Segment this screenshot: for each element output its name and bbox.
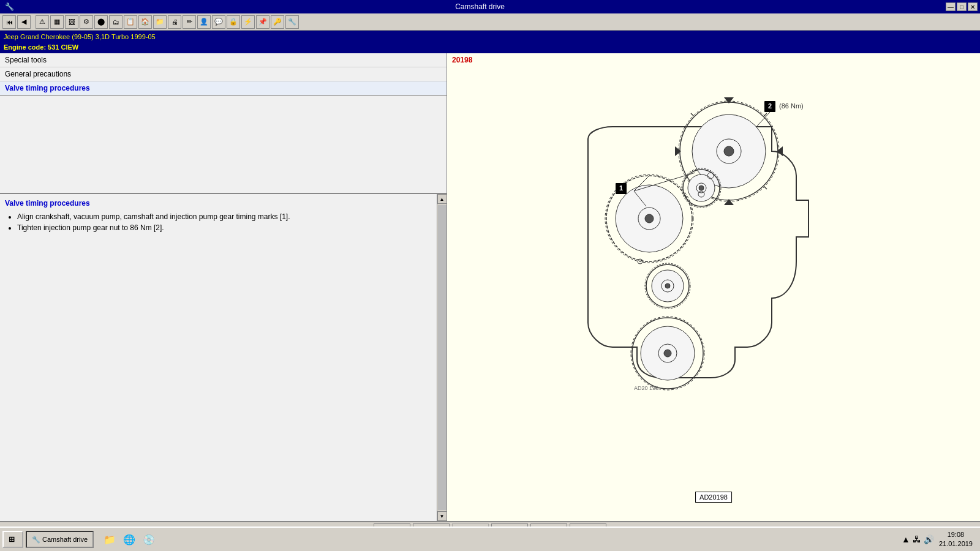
tray-speaker-icon: 🔊 [924, 534, 934, 544]
bullet-item-1: Align crankshaft, vacuum pump, camshaft … [17, 212, 429, 221]
flash-button[interactable]: ⚡ [241, 15, 255, 29]
comment-button[interactable]: 💬 [212, 15, 225, 29]
taskbar-app-title: Camshaft drive [42, 536, 88, 543]
nav-list: Special tools General precautions Valve … [0, 53, 447, 96]
tool-button[interactable]: 🔧 [285, 15, 299, 29]
vehicle-info: Jeep Grand Cherokee (99-05) 3,1D Turbo 1… [4, 32, 976, 42]
crankshaft-gear [631, 317, 704, 390]
image-caption: AD20198 [695, 492, 732, 503]
nav-item-special-tools[interactable]: Special tools [0, 53, 447, 67]
scrollbar[interactable]: ▲ ▼ [437, 194, 447, 521]
right-panel: 20198 [447, 53, 980, 521]
taskbar: ⊞ 🔧 Camshaft drive 📁 🌐 💿 ▲ 🖧 🔊 19:08 21.… [0, 527, 980, 551]
main-content: Special tools General precautions Valve … [0, 53, 980, 521]
scroll-thumb[interactable] [438, 205, 447, 510]
scroll-up[interactable]: ▲ [437, 194, 447, 204]
file-explorer-icon[interactable]: 📁 [101, 531, 118, 548]
svg-point-13 [699, 186, 704, 190]
label1-text: 1 [619, 184, 623, 192]
taskbar-app-window[interactable]: 🔧 Camshaft drive [26, 531, 94, 548]
circle-button[interactable]: ⬤ [94, 15, 108, 29]
nav-item-valve-timing[interactable]: Valve timing procedures [0, 81, 447, 96]
nav-first-button[interactable]: ⏮ [2, 15, 16, 29]
title-bar: 🔧 Camshaft drive — □ ✕ [0, 0, 980, 13]
close-button[interactable]: ✕ [968, 2, 978, 11]
svg-point-3 [724, 146, 734, 156]
nav-item-general-precautions[interactable]: General precautions [0, 67, 447, 81]
image-number: 20198 [452, 56, 472, 64]
chrome-icon[interactable]: 🌐 [121, 531, 138, 548]
time-display: 19:08 [939, 530, 973, 539]
lock-button[interactable]: 🔒 [227, 15, 240, 29]
diagram-small-text: AD20 198 [634, 385, 658, 391]
svg-point-18 [665, 283, 670, 288]
edit-button[interactable]: ✏ [183, 15, 196, 29]
tray-network-icon: 🖧 [913, 534, 921, 544]
bottom-content: Valve timing procedures Align crankshaft… [0, 194, 447, 521]
minimize-button[interactable]: — [946, 2, 956, 11]
date-display: 21.01.2019 [939, 539, 973, 549]
settings-button[interactable]: ⚙ [80, 15, 93, 29]
content-title: Valve timing procedures [5, 199, 429, 208]
label2-annotation: (86 Nm) [779, 102, 804, 110]
left-panel: Special tools General precautions Valve … [0, 53, 447, 521]
pin-button[interactable]: 📌 [256, 15, 270, 29]
start-button[interactable]: ⊞ [2, 531, 23, 548]
gear-diagram-svg: 1 2 (86 Nm) AD20 198 [539, 78, 894, 396]
grid-button[interactable]: ▦ [50, 15, 64, 29]
maximize-button[interactable]: □ [957, 2, 967, 11]
system-tray: ▲ 🖧 🔊 19:08 21.01.2019 [902, 530, 978, 549]
media-icon[interactable]: 💿 [140, 531, 157, 548]
content-area: Valve timing procedures Align crankshaft… [0, 96, 447, 521]
engine-code: Engine code: 531 CIEW [4, 42, 976, 53]
key-button[interactable]: 🔑 [271, 15, 284, 29]
open-button[interactable]: 📁 [153, 15, 167, 29]
top-content-area [0, 96, 447, 194]
quick-launch: 📁 🌐 💿 [101, 531, 157, 548]
print-button[interactable]: 🖨 [168, 15, 181, 29]
app-info: Jeep Grand Cherokee (99-05) 3,1D Turbo 1… [0, 31, 980, 53]
svg-point-23 [664, 350, 671, 357]
svg-point-8 [645, 214, 654, 223]
system-time: 19:08 21.01.2019 [939, 530, 973, 549]
intermediate-gear [645, 263, 690, 309]
diagram-container: 1 2 (86 Nm) AD20 198 [539, 78, 894, 396]
bullet-item-2: Tighten injection pump gear nut to 86 Nm… [17, 223, 429, 232]
app-icon: 🔧 [2, 2, 14, 11]
home-button[interactable]: 🏠 [138, 15, 152, 29]
folder-button[interactable]: 🗂 [109, 15, 123, 29]
warning-button[interactable]: ⚠ [36, 15, 49, 29]
window-controls: — □ ✕ [946, 2, 978, 11]
label2-text: 2 [768, 102, 772, 110]
clipboard-button[interactable]: 📋 [124, 15, 137, 29]
user-button[interactable]: 👤 [197, 15, 211, 29]
bullet-list: Align crankshaft, vacuum pump, camshaft … [17, 212, 429, 232]
vacuum-pump-gear [682, 168, 721, 208]
image-button[interactable]: 🖼 [65, 15, 78, 29]
taskbar-app-icon: 🔧 [32, 536, 40, 544]
toolbar: ⏮ ◀ ⚠ ▦ 🖼 ⚙ ⬤ 🗂 📋 🏠 📁 🖨 ✏ 👤 💬 🔒 ⚡ 📌 🔑 🔧 [0, 13, 980, 31]
windows-logo: ⊞ [9, 535, 15, 544]
tray-arrow-icon[interactable]: ▲ [902, 534, 910, 544]
scroll-down[interactable]: ▼ [437, 511, 447, 521]
window-title: Camshaft drive [14, 2, 946, 11]
tray-icons: ▲ 🖧 🔊 [902, 534, 934, 544]
nav-prev-button[interactable]: ◀ [17, 15, 31, 29]
